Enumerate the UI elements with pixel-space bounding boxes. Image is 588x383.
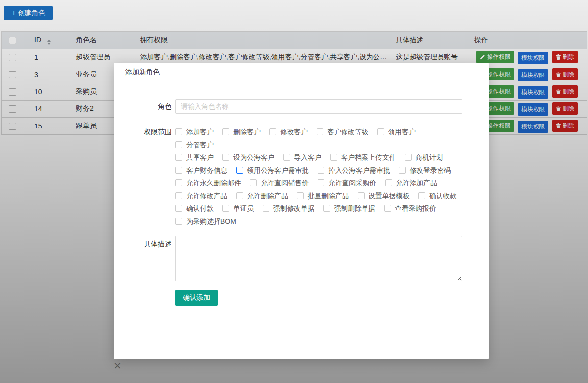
permission-item[interactable]: 允许查阅采购价 <box>318 177 376 189</box>
permission-label: 领用公海客户需审批 <box>247 164 309 177</box>
close-icon[interactable]: × <box>113 360 122 370</box>
confirm-add-button[interactable]: 确认添加 <box>175 290 218 306</box>
permission-checkbox[interactable] <box>358 192 365 199</box>
permission-checkbox[interactable] <box>270 128 276 135</box>
permission-item[interactable]: 设为公海客户 <box>222 151 274 164</box>
submit-row: 确认添加 <box>137 290 462 306</box>
permission-item[interactable]: 添加客户 <box>175 126 214 138</box>
permission-checkbox[interactable] <box>323 205 330 212</box>
permission-label: 允许删除产品 <box>247 189 288 202</box>
permission-label: 设置单据模板 <box>368 189 410 202</box>
permission-label: 确认付款 <box>186 202 214 215</box>
permission-item[interactable]: 允许添加产品 <box>385 177 437 189</box>
permission-checkbox[interactable] <box>236 167 243 174</box>
permission-item[interactable]: 领用公海客户需审批 <box>236 164 309 177</box>
permission-checkbox[interactable] <box>385 179 392 186</box>
permission-item[interactable]: 允许永久删除邮件 <box>175 177 241 189</box>
permission-checkbox[interactable] <box>318 179 324 186</box>
permission-item[interactable]: 确认收款 <box>418 189 457 202</box>
permission-label: 查看采购报价 <box>395 202 436 215</box>
permission-label: 允许查阅销售价 <box>261 177 309 189</box>
permission-checkbox[interactable] <box>263 205 270 212</box>
permission-label: 确认收款 <box>429 189 457 202</box>
permission-item[interactable]: 分管客户 <box>175 138 214 151</box>
permission-label: 允许修改产品 <box>186 189 227 202</box>
permission-item[interactable]: 设置单据模板 <box>358 189 410 202</box>
permission-label: 删除客户 <box>233 126 261 138</box>
permission-label: 掉入公海客户需审批 <box>328 164 390 177</box>
permission-label: 允许查阅采购价 <box>328 177 376 189</box>
permission-line: 确认付款单证员强制修改单据强制删除单据查看采购报价 <box>175 202 462 215</box>
permission-item[interactable]: 掉入公海客户需审批 <box>318 164 390 177</box>
permission-item[interactable]: 允许删除产品 <box>236 189 288 202</box>
permission-checkbox[interactable] <box>175 192 182 199</box>
permission-item[interactable]: 客户档案上传文件 <box>330 151 396 164</box>
permission-checkbox[interactable] <box>222 205 229 212</box>
permission-label: 允许添加产品 <box>396 177 437 189</box>
permission-item[interactable]: 领用客户 <box>377 126 416 138</box>
permission-label: 共享客户 <box>186 151 214 164</box>
permission-item[interactable]: 确认付款 <box>175 202 214 215</box>
permission-checkbox[interactable] <box>330 154 337 161</box>
permission-label: 为采购选择BOM <box>186 215 236 228</box>
permission-label: 允许永久删除邮件 <box>186 177 241 189</box>
permission-item[interactable]: 允许查阅销售价 <box>250 177 309 189</box>
permission-checkbox[interactable] <box>175 141 182 148</box>
permission-label: 修改客户 <box>280 126 308 138</box>
permission-checkbox[interactable] <box>175 205 182 212</box>
permission-line: 添加客户删除客户修改客户客户修改等级领用客户分管客户 <box>175 126 462 151</box>
permission-checkbox[interactable] <box>236 192 243 199</box>
permission-checkbox[interactable] <box>384 205 391 212</box>
permission-item[interactable]: 客户修改等级 <box>317 126 368 138</box>
permission-item[interactable]: 强制删除单据 <box>323 202 375 215</box>
permission-label: 设为公海客户 <box>233 151 274 164</box>
permission-checkbox[interactable] <box>405 154 412 161</box>
permission-item[interactable]: 允许修改产品 <box>175 189 227 202</box>
permission-label: 商机计划 <box>416 151 443 164</box>
permission-label: 批量删除产品 <box>308 189 349 202</box>
permission-checkbox[interactable] <box>175 167 182 174</box>
permission-checkbox[interactable] <box>175 179 182 186</box>
permission-checkbox[interactable] <box>250 179 257 186</box>
permission-line: 客户财务信息领用公海客户需审批掉入公海客户需审批修改登录密码 <box>175 164 462 177</box>
permission-checkbox[interactable] <box>418 192 425 199</box>
description-textarea[interactable] <box>175 236 462 281</box>
permission-item[interactable]: 删除客户 <box>222 126 261 138</box>
permission-checkbox[interactable] <box>175 218 182 225</box>
add-role-modal: 添加新角色 角色 权限范围 添加客户删除客户修改客户客户修改等级领用客户分管客户… <box>114 63 489 359</box>
permission-item[interactable]: 导入客户 <box>283 151 321 164</box>
permission-item[interactable]: 批量删除产品 <box>297 189 349 202</box>
permission-item[interactable]: 共享客户 <box>175 151 214 164</box>
permission-label: 客户财务信息 <box>186 164 227 177</box>
permission-item[interactable]: 商机计划 <box>405 151 443 164</box>
permission-item[interactable]: 为采购选择BOM <box>175 215 236 228</box>
permission-item[interactable]: 客户财务信息 <box>175 164 227 177</box>
permission-item[interactable]: 修改客户 <box>270 126 308 138</box>
permission-item[interactable]: 查看采购报价 <box>384 202 436 215</box>
permission-label: 导入客户 <box>294 151 321 164</box>
permission-checkbox[interactable] <box>317 128 323 135</box>
permission-item[interactable]: 修改登录密码 <box>399 164 451 177</box>
modal-body: 角色 权限范围 添加客户删除客户修改客户客户修改等级领用客户分管客户共享客户设为… <box>114 80 489 306</box>
permission-checkbox[interactable] <box>318 167 324 174</box>
permission-item[interactable]: 单证员 <box>222 202 254 215</box>
permission-checkbox[interactable] <box>222 154 229 161</box>
permission-label: 单证员 <box>233 202 254 215</box>
role-name-row: 角色 <box>137 99 462 114</box>
permission-checkbox[interactable] <box>283 154 290 161</box>
permission-checkbox[interactable] <box>222 128 229 135</box>
permission-checkbox[interactable] <box>377 128 384 135</box>
role-name-input[interactable] <box>175 99 462 114</box>
permission-checkbox[interactable] <box>297 192 304 199</box>
permission-checkbox[interactable] <box>175 128 182 135</box>
modal-title: 添加新角色 <box>114 63 489 80</box>
permission-checkbox[interactable] <box>175 154 182 161</box>
scope-label: 权限范围 <box>137 126 172 138</box>
permission-line: 允许修改产品允许删除产品批量删除产品设置单据模板确认收款 <box>175 189 462 202</box>
permission-label: 领用客户 <box>388 126 416 138</box>
permission-item[interactable]: 强制修改单据 <box>263 202 315 215</box>
permission-checkbox[interactable] <box>399 167 406 174</box>
description-label: 具体描述 <box>137 236 172 249</box>
permission-checkbox-group: 添加客户删除客户修改客户客户修改等级领用客户分管客户共享客户设为公海客户导入客户… <box>175 126 462 228</box>
permission-label: 添加客户 <box>186 126 214 138</box>
